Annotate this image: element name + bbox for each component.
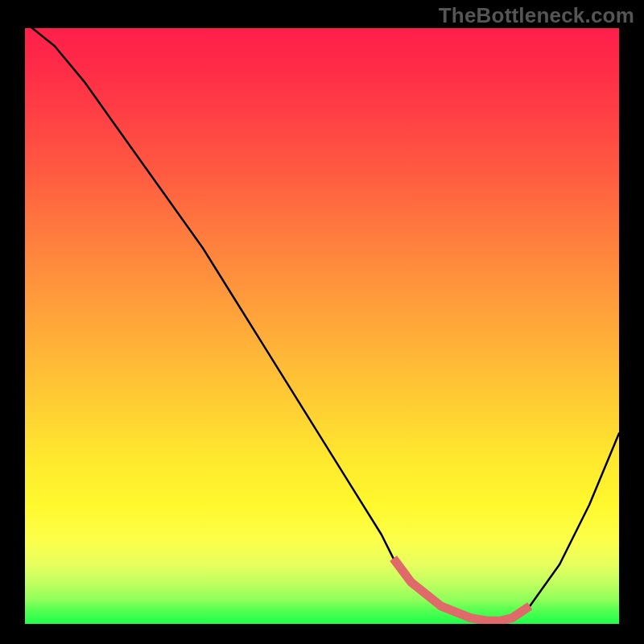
plot-area: [23, 26, 621, 626]
curve-layer: [25, 28, 619, 624]
watermark-text: TheBottleneck.com: [439, 3, 634, 28]
optimal-region-highlight: [394, 559, 530, 621]
chart-container: TheBottleneck.com: [0, 0, 644, 644]
bottleneck-curve: [25, 28, 619, 621]
